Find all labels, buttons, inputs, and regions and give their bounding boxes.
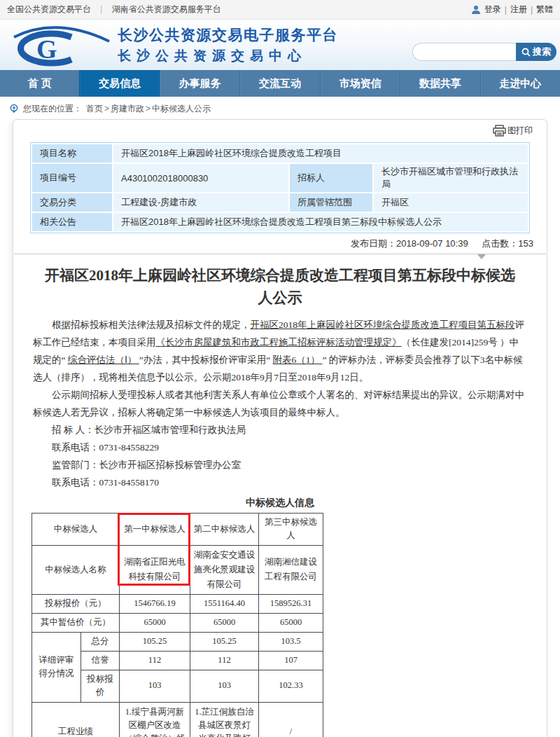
article-paragraph: 根据招标投标相关法律法规及招标文件的规定，开福区2018年上麻园岭社区环境综合提… <box>33 316 527 386</box>
nav-tab-interaction[interactable]: 交流互动 <box>239 70 319 97</box>
table-header-row: 中标候选人第一中标候选人第二中标候选人第三中标候选人 <box>32 514 323 546</box>
breadcrumb-prefix: 您现在的位置： <box>23 103 82 115</box>
site-header: G 长沙公共资源交易电子服务平台 长沙公共资源交易中心 搜索 <box>0 20 560 70</box>
login-link[interactable]: 登录 <box>484 4 501 15</box>
register-link[interactable]: 注册 <box>510 4 527 15</box>
user-icon <box>471 5 481 15</box>
info-label: 项目名称 <box>31 144 113 163</box>
info-row: 交易分类 工程建设-房建市政 所属管辖范围 开福区 <box>31 193 528 212</box>
auth-divider: | <box>531 5 533 15</box>
search-icon <box>522 48 531 57</box>
cand-cell: 65000 <box>259 613 323 632</box>
top-utility-bar: 全国公共资源交易平台 ｜ 湖南省公共资源交易服务平台 登录 | 注册 | 繁體 <box>0 0 560 20</box>
publish-date-label: 发布日期： <box>351 238 396 249</box>
info-row: 相关公告 开福区2018年上麻园岭社区环境综合提质改造工程项目第三标段中标候选人… <box>31 212 528 232</box>
cand-cell: 65000 <box>190 613 259 632</box>
info-value: 开福区2018年上麻园岭社区环境综合提质改造工程项目 <box>113 144 528 163</box>
breadcrumb: 您现在的位置：首页>房建市政>中标候选人公示 <box>9 102 560 116</box>
print-button[interactable]: 图打印 <box>493 125 533 137</box>
cand-cell: 1.芷江侗族自治县城区夜景灯光亮化及路灯改造工程 <box>190 702 259 737</box>
underlined-text: 附表6（1） <box>273 354 323 365</box>
candidates-table-wrap: 中标候选人第一中标候选人第二中标候选人第三中标候选人中标候选人名称湖南省正阳光电… <box>31 513 324 737</box>
table-row: 投标报价（元）1546766.191551164.401589526.31 <box>32 594 323 613</box>
topbar-links: 全国公共资源交易平台 ｜ 湖南省公共资源交易服务平台 <box>7 4 221 15</box>
cand-sub-label: 总分 <box>81 632 120 651</box>
cand-cell: 105.25 <box>120 632 190 651</box>
info-label: 项目编号 <box>31 163 113 193</box>
article-paragraph: 公示期间招标人受理投标人或者其他利害关系人有单位公章或个人署名的、对评标结果提出… <box>33 386 527 421</box>
site-logo-icon[interactable]: G <box>4 23 111 67</box>
cand-cell: 1551164.40 <box>190 594 259 613</box>
topbar-separator: ｜ <box>97 4 106 15</box>
cand-row-label: 其中暂估价（元） <box>32 613 120 632</box>
cand-cell: 103.5 <box>259 632 323 651</box>
cand-cell: 1546766.19 <box>120 594 190 613</box>
nav-tab-market-credit[interactable]: 市场资信 <box>320 70 400 97</box>
text-segment: 公示期间招标人受理投标人或者其他利害关系人有单位公章或个人署名的、对评标结果提出… <box>33 390 524 418</box>
print-label: 图打印 <box>507 125 533 137</box>
cand-cell: 105.25 <box>190 632 259 651</box>
contact-line: 联系电话：0731-84558170 <box>33 474 527 491</box>
candidates-caption: 中标候选人信息 <box>13 497 547 509</box>
search-box: 搜索 <box>412 43 556 61</box>
auth-divider: | <box>505 5 507 15</box>
site-subtitle: 长沙公共资源交易中心 <box>118 47 338 65</box>
announcement-article: 开福区2018年上麻园岭社区环境综合提质改造工程项目第五标段中标候选人公示 根据… <box>13 264 547 737</box>
cand-sub-label: 信誉 <box>81 651 120 670</box>
publish-info: 发布日期：2018-09-07 10:39 点击数：153 <box>14 233 546 254</box>
hits-label: 点击数： <box>482 238 518 249</box>
cand-header-cell: 第一中标候选人 <box>120 514 190 546</box>
cand-cell: 102.33 <box>259 670 323 702</box>
topbar-link-hunan[interactable]: 湖南省公共资源交易服务平台 <box>112 4 221 15</box>
breadcrumb-item[interactable]: 首页 <box>86 104 103 113</box>
search-input[interactable] <box>412 43 516 61</box>
cand-cell: 湖南金安交通设施亮化景观建设有限公司 <box>190 545 259 594</box>
info-label: 招标人 <box>289 163 373 193</box>
cand-row-label: 中标候选人名称 <box>32 545 120 594</box>
article-body: 根据招标投标相关法律法规及招标文件的规定，开福区2018年上麻园岭社区环境综合提… <box>33 316 527 491</box>
search-button-label: 搜索 <box>533 46 551 58</box>
breadcrumb-separator: > <box>146 104 150 113</box>
cand-header-cell: 第二中标候选人 <box>190 514 259 546</box>
text-segment: 根据招标投标相关法律法规及招标文件的规定， <box>52 319 251 330</box>
breadcrumb-path: 首页>房建市政>中标候选人公示 <box>86 103 211 115</box>
cand-cell: / <box>259 702 323 737</box>
cand-header-cell: 中标候选人 <box>32 514 120 546</box>
topbar-link-national[interactable]: 全国公共资源交易平台 <box>7 4 91 15</box>
printer-icon <box>493 125 506 137</box>
project-info-table: 项目名称 开福区2018年上麻园岭社区环境综合提质改造工程项目 项目编号 A43… <box>31 143 529 233</box>
nav-tab-about-center[interactable]: 走进中心 <box>480 70 560 97</box>
cand-cell: 1589526.31 <box>259 594 323 613</box>
nav-tab-trade-info[interactable]: 交易信息 <box>79 70 159 97</box>
cand-cell: 112 <box>120 651 190 670</box>
underlined-text: 综合评估法（Ⅰ） <box>68 354 139 365</box>
cand-cell: 112 <box>190 651 259 670</box>
info-label: 所属管辖范围 <box>289 193 373 212</box>
table-row: 工程业绩1.绥宁县两河新区棚户区改造（综合整治）线路改造工程1.芷江侗族自治县城… <box>32 702 323 737</box>
cand-cell: 湖南湘信建设工程有限公司 <box>259 545 323 594</box>
info-value related-announcement: 开福区2018年上麻园岭社区环境综合提质改造工程项目第三标段中标候选人公示 <box>113 212 528 232</box>
table-row: 中标候选人名称湖南省正阳光电科技有限公司湖南金安交通设施亮化景观建设有限公司湖南… <box>32 545 323 594</box>
nav-tab-data-share[interactable]: 数据共享 <box>400 70 479 97</box>
contact-line: 联系电话：0731-84558229 <box>33 439 527 456</box>
nav-tab-services[interactable]: 办事服务 <box>160 70 239 97</box>
search-button[interactable]: 搜索 <box>516 43 556 61</box>
cand-cell: 湖南省正阳光电科技有限公司 <box>120 545 190 594</box>
article-title: 开福区2018年上麻园岭社区环境综合提质改造工程项目第五标段中标候选人公示 <box>38 264 522 309</box>
cand-cell: 65000 <box>120 613 190 632</box>
cand-cell: 103 <box>190 670 259 702</box>
nav-tab-home[interactable]: 首 页 <box>0 70 79 97</box>
table-row: 其中暂估价（元）650006500065000 <box>32 613 323 632</box>
cand-cell: 107 <box>259 651 323 670</box>
main-nav: 首 页交易信息办事服务交流互动市场资信数据共享走进中心 <box>0 70 560 97</box>
topbar-auth: 登录 | 注册 | 繁體 <box>471 4 553 15</box>
lang-toggle-link[interactable]: 繁體 <box>536 4 553 15</box>
cand-cell: 1.绥宁县两河新区棚户区改造（综合整治）线路改造工程 <box>120 702 190 737</box>
underlined-text: 开福区2018年上麻园岭社区环境综合提质改造工程项目第五标段 <box>251 319 515 330</box>
info-value: 工程建设-房建市政 <box>113 193 289 212</box>
breadcrumb-item: 中标候选人公示 <box>152 104 211 113</box>
breadcrumb-separator: > <box>104 104 109 113</box>
breadcrumb-item[interactable]: 房建市政 <box>111 104 144 113</box>
info-row: 项目名称 开福区2018年上麻园岭社区环境综合提质改造工程项目 <box>31 144 528 163</box>
cand-cell: 103 <box>120 670 190 702</box>
